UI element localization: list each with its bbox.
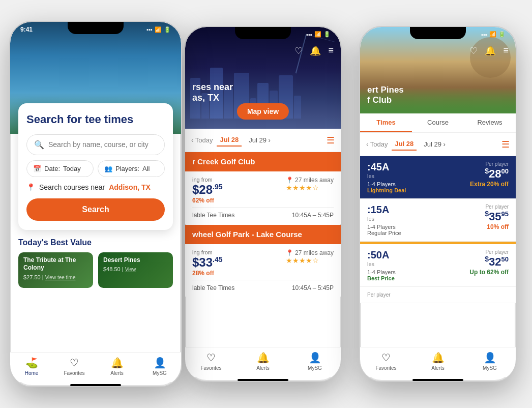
tab-reviews[interactable]: Reviews [464,113,516,132]
search-input-wrap[interactable]: 🔍 [26,134,165,155]
desert-card-name: Desert Pines [103,256,168,265]
heart-icon-3[interactable]: ♡ [469,45,478,56]
course-2-from: ing from [192,249,223,255]
phones-container: 9:41 ▪▪▪ 📶 🔋 Book Tee Times ☀️ 72 [0,0,532,408]
notch [68,22,124,34]
search-button[interactable]: Search [26,198,165,221]
home-label: Home [25,370,39,376]
battery-icon: 🔋 [164,26,171,33]
signal-icon-3: ▪▪▪ [481,32,487,38]
tee-time-3-right: Per player $3250 Up to 62% off [469,249,509,281]
date-picker[interactable]: 📅 Date: Today [26,160,94,177]
home-indicator-3 [412,379,463,381]
courses-title-line2: as, TX [192,93,233,103]
course-2-info: ing from $33.45 28% off 📍 27 miles away … [192,249,334,277]
colony-view-link[interactable]: View tee time [45,275,76,280]
tee-time-row-3[interactable]: :50A les 1-4 Players Best Price Per play… [360,244,516,287]
course-1-discount: 62% off [192,197,223,204]
course-1-body: ing from $28.95 62% off 📍 27 miles away … [185,171,341,224]
signal-icon-2: ▪▪▪ [306,32,312,38]
per-player-4: Per player [367,292,509,298]
filter-icon-3[interactable]: ≡ [503,45,509,56]
favorites-label-2: Favorites [200,365,221,371]
course-2-tee-label: lable Tee Times [192,284,234,292]
tee-discount-1: Extra 20% off [470,181,509,188]
nav-home[interactable]: ⛳ Home [10,357,53,376]
players-icon: 👥 [104,165,112,172]
tee-time-3-left: :50A les 1-4 Players Best Price [367,249,469,281]
notch-2 [235,27,291,39]
next-date-3[interactable]: Jul 29 › [421,138,449,150]
tab-times[interactable]: Times [360,113,412,132]
value-card-desert[interactable]: Desert Pines $48.50 | View [98,252,173,288]
course-2-tee-times: lable Tee Times 10:45A – 5:45P [192,280,334,292]
filter-icon-2[interactable]: ≡ [328,45,334,56]
nav-alerts[interactable]: 🔔 Alerts [96,357,138,376]
desert-view-link[interactable]: View [125,267,136,272]
nav-favorites-3[interactable]: ♡ Favorites [360,352,412,371]
active-date-3[interactable]: Jul 28 [392,138,417,151]
tee-time-row-1[interactable]: :45A les 1-4 Players Lightning Deal Per … [360,156,516,199]
wifi-icon: 📶 [155,26,162,33]
date-value: Today [63,165,81,172]
prev-date-2[interactable]: ‹ Today [191,136,213,144]
nav-favorites-2[interactable]: ♡ Favorites [185,352,237,371]
course-1-tee-range: 10:45A – 5:45P [292,212,334,219]
heart-icon-2[interactable]: ♡ [294,45,303,56]
players-picker[interactable]: 👥 Players: All [98,160,165,177]
phone-3: ▪▪▪ 📶 🔋 ♡ 🔔 ≡ ert Pines f Club [359,26,517,382]
next-date-2[interactable]: Jul 29 › [246,134,274,146]
players-value: All [142,165,150,172]
mysg-label-3: MySG [483,365,497,371]
filter-lines-icon-3[interactable]: ☰ [501,139,510,150]
course-2-name: wheel Golf Park - Lake Course [192,230,302,239]
filter-lines-icon-2[interactable]: ☰ [327,135,335,146]
location-city[interactable]: Addison, TX [109,183,151,191]
calendar-icon: 📅 [33,165,41,172]
course-card-1: r Creek Golf Club ing from $28.95 62% of… [185,152,341,224]
bell-icon-3[interactable]: 🔔 [485,45,496,56]
tab-course[interactable]: Course [412,113,464,132]
tee-time-row-2[interactable]: :15A les 1-4 Players Regular Price Per p… [360,199,516,242]
phone-2: ▪▪▪ 📶 🔋 ♡ 🔔 ≡ rses near as, TX [184,26,342,382]
nav-favorites[interactable]: ♡ Favorites [53,357,96,376]
tee-time-4-left: Per player [367,292,509,298]
tee-times-list: :45A les 1-4 Players Lightning Deal Per … [360,156,516,347]
courses-title-2: rses near as, TX [192,82,233,103]
course-1-pricing: ing from $28.95 62% off [192,177,223,204]
tee-time-1-miles: les [367,173,470,179]
tee-price-3: $3250 [469,255,509,269]
nav-mysg-2[interactable]: 👤 MySG [289,352,341,371]
battery-icon-2: 🔋 [323,31,331,38]
value-card-colony-content: The Tribute at The Colony $27.50 | View … [18,252,93,284]
tee-time-3-time: :50A [367,249,469,261]
active-date-2[interactable]: Jul 28 [217,134,242,147]
tee-time-row-4[interactable]: Per player [360,287,516,303]
search-input[interactable] [48,140,157,149]
value-card-desert-content: Desert Pines $48.50 | View [98,252,173,277]
value-card-colony[interactable]: The Tribute at The Colony $27.50 | View … [18,252,93,288]
home-indicator-2 [238,379,288,381]
nav-alerts-3[interactable]: 🔔 Alerts [412,352,464,371]
alerts-label-3: Alerts [431,365,445,371]
course-1-distance-stars: 📍 27 miles away ★★★★☆ [286,177,334,192]
desert-card-price: $48.50 | View [103,266,168,272]
course-2-distance-stars: 📍 27 miles away ★★★★☆ [286,249,334,265]
nav-mysg[interactable]: 👤 MySG [138,357,181,376]
course-1-name: r Creek Golf Club [192,157,255,166]
nav-alerts-2[interactable]: 🔔 Alerts [237,352,289,371]
time: 9:41 [20,26,33,33]
tee-time-2-left: :15A les 1-4 Players Regular Price [367,204,485,236]
tee-time-1-deal: Lightning Deal [367,187,470,193]
courses-title-line1: rses near [192,82,233,93]
map-view-button[interactable]: Map view [237,103,289,120]
tee-time-1-right: Per player $2800 Extra 20% off [470,161,509,193]
tee-time-2-deal: Regular Price [367,230,485,236]
prev-date-3[interactable]: ‹ Today [366,140,388,148]
mysg-icon: 👤 [154,357,166,369]
nav-mysg-3[interactable]: 👤 MySG [464,352,516,371]
mysg-label-2: MySG [308,365,322,371]
favorites-icon-2: ♡ [206,352,216,364]
alerts-icon-3: 🔔 [432,352,445,364]
bell-icon-2[interactable]: 🔔 [310,45,321,56]
